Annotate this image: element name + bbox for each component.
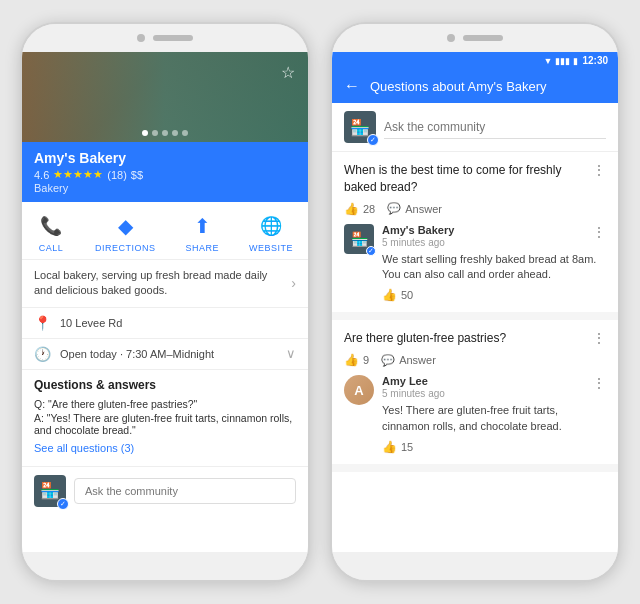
dot-5 (182, 130, 188, 136)
answer-author-1: Amy's Bakery 5 minutes ago (382, 224, 454, 248)
question-1-more-button[interactable]: ⋮ (592, 162, 606, 178)
question-2-meta: 👍 9 💬 Answer (344, 353, 606, 367)
verified-badge: ✓ (57, 498, 69, 510)
status-time: 12:30 (582, 55, 608, 66)
answer-1-likes[interactable]: 👍 50 (382, 288, 606, 302)
qa-section: Questions & answers Q: "Are there gluten… (22, 370, 308, 462)
hero-bg (22, 52, 308, 142)
phone-1: ☆ Amy's Bakery 4.6 ★★★★★ (18) $$ Bakery … (20, 22, 310, 582)
status-bar: ▼ ▮▮▮ ▮ 12:30 (332, 52, 618, 69)
ask-community-bar: 🏪 ✓ (22, 466, 308, 515)
dot-2 (152, 130, 158, 136)
answer-like-count-1: 50 (401, 289, 413, 301)
dot-3 (162, 130, 168, 136)
hero-dots (142, 130, 188, 136)
answer-1-text: A: "Yes! There are gluten-free fruit tar… (34, 412, 296, 436)
website-icon: 🌐 (257, 212, 285, 240)
answer-2-button[interactable]: 💬 Answer (381, 354, 436, 367)
dot-4 (172, 130, 178, 136)
website-button[interactable]: 🌐 WEBSITE (249, 212, 293, 253)
answer-thumbs-up-1: 👍 (382, 288, 397, 302)
answer-content-1: Amy's Bakery 5 minutes ago ⋮ We start se… (382, 224, 606, 303)
camera-1 (137, 34, 145, 42)
listing-info: Amy's Bakery 4.6 ★★★★★ (18) $$ Bakery (22, 142, 308, 202)
wifi-icon: ▼ (544, 56, 553, 66)
signal-icon: ▮▮▮ (555, 56, 570, 66)
directions-button[interactable]: ◆ DIRECTIONS (95, 212, 156, 253)
qa-header-title: Questions about Amy's Bakery (370, 79, 547, 94)
answer-verified-badge-1: ✓ (366, 246, 376, 256)
share-button[interactable]: ⬆ SHARE (185, 212, 219, 253)
qa-ask-bar: 🏪 ✓ (332, 103, 618, 152)
directions-label: DIRECTIONS (95, 243, 156, 253)
question-1-text: Q: "Are there gluten-free pastries?" (34, 398, 296, 410)
thumbs-up-icon: 👍 (344, 202, 359, 216)
dot-1 (142, 130, 148, 136)
thumbs-up-icon-2: 👍 (344, 353, 359, 367)
phone-screen-1: ☆ Amy's Bakery 4.6 ★★★★★ (18) $$ Bakery … (22, 52, 308, 552)
question-2-text: Are there gluten-free pastries? (344, 330, 592, 347)
question-2-like-count: 9 (363, 354, 369, 366)
answer-1-more-button[interactable]: ⋮ (592, 224, 606, 240)
answer-2-more-button[interactable]: ⋮ (592, 375, 606, 391)
back-button[interactable]: ← (344, 77, 360, 95)
answer-author-2: Amy Lee 5 minutes ago (382, 375, 445, 399)
answer-verified-icon-1: ✓ (368, 247, 374, 255)
store-icon-wrapper: 🏪 ✓ (34, 475, 66, 507)
hours-text: Open today · 7:30 AM–Midnight (60, 348, 214, 360)
hero-image: ☆ (22, 52, 308, 142)
hours-row[interactable]: 🕐 Open today · 7:30 AM–Midnight ∨ (22, 339, 308, 370)
favorite-button[interactable]: ☆ (276, 60, 300, 84)
hours-content: Open today · 7:30 AM–Midnight ∨ (60, 346, 296, 361)
answer-2-likes[interactable]: 👍 15 (382, 440, 606, 454)
question-2-likes[interactable]: 👍 9 (344, 353, 369, 367)
qa-section-title: Questions & answers (34, 378, 296, 392)
directions-icon: ◆ (111, 212, 139, 240)
qa-verified-icon: ✓ (370, 136, 376, 144)
chevron-right-icon: › (291, 275, 296, 291)
rating-value: 4.6 (34, 169, 49, 181)
call-button[interactable]: 📞 CALL (37, 212, 65, 253)
question-2-header: Are there gluten-free pastries? ⋮ (344, 330, 606, 347)
phone-bottom-bar-2 (332, 552, 618, 580)
answer-1-button[interactable]: 💬 Answer (387, 202, 442, 215)
ask-community-input[interactable] (74, 478, 296, 504)
phone-bottom-bar-1 (22, 552, 308, 580)
clock-icon: 🕐 (34, 346, 50, 362)
battery-icon: ▮ (573, 56, 578, 66)
speaker-2 (463, 35, 503, 41)
answer-time-2: 5 minutes ago (382, 388, 445, 399)
question-1-text: When is the best time to come for freshl… (344, 162, 592, 196)
description-text: Local bakery, serving up fresh bread mad… (34, 268, 285, 299)
location-icon: 📍 (34, 315, 50, 331)
answerer-name-2: Amy Lee (382, 375, 445, 387)
answer-icon: 💬 (387, 202, 401, 215)
answer-content-2: Amy Lee 5 minutes ago ⋮ Yes! There are g… (382, 375, 606, 454)
price-level: $$ (131, 169, 143, 181)
question-2-more-button[interactable]: ⋮ (592, 330, 606, 346)
answer-label-2: Answer (399, 354, 436, 366)
question-1-likes[interactable]: 👍 28 (344, 202, 375, 216)
answerer-name-1: Amy's Bakery (382, 224, 454, 236)
description-row[interactable]: Local bakery, serving up fresh bread mad… (22, 260, 308, 308)
rating-row: 4.6 ★★★★★ (18) $$ (34, 168, 296, 181)
phone-screen-2: ▼ ▮▮▮ ▮ 12:30 ← Questions about Amy's Ba… (332, 52, 618, 552)
see-all-questions-link[interactable]: See all questions (3) (34, 442, 296, 454)
question-1-like-count: 28 (363, 203, 375, 215)
camera-2 (447, 34, 455, 42)
phone-2: ▼ ▮▮▮ ▮ 12:30 ← Questions about Amy's Ba… (330, 22, 620, 582)
address-row[interactable]: 📍 10 Levee Rd (22, 308, 308, 339)
stars: ★★★★★ (53, 168, 103, 181)
answer-block-1: 🏪 ✓ Amy's Bakery 5 minutes ago ⋮ (344, 224, 606, 303)
qa-item-1: Q: "Are there gluten-free pastries?" A: … (34, 398, 296, 436)
call-icon: 📞 (37, 212, 65, 240)
verified-check-icon: ✓ (60, 500, 66, 508)
call-label: CALL (39, 243, 64, 253)
user-avatar-2: A (344, 375, 374, 405)
answer-header-2: Amy Lee 5 minutes ago ⋮ (382, 375, 606, 399)
qa-ask-input[interactable] (384, 116, 606, 139)
answer-icon-2: 💬 (381, 354, 395, 367)
answer-text-1: We start selling freshly baked bread at … (382, 252, 606, 283)
answer-block-2: A Amy Lee 5 minutes ago ⋮ Yes! There are… (344, 375, 606, 454)
question-block-1: When is the best time to come for freshl… (332, 152, 618, 320)
